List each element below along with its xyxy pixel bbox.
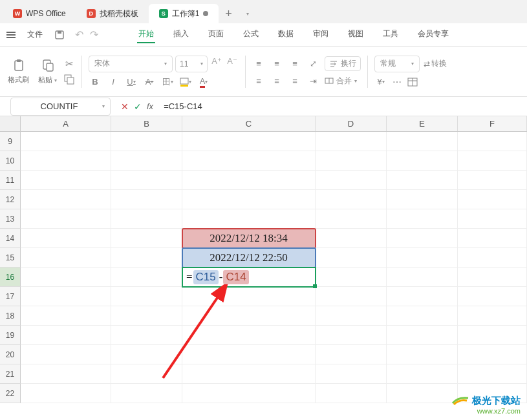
cell[interactable] (316, 229, 387, 248)
cell[interactable] (458, 151, 527, 171)
row-header[interactable]: 18 (0, 306, 21, 326)
cell[interactable] (458, 326, 527, 345)
cell[interactable] (316, 306, 387, 326)
save-icon[interactable] (54, 30, 65, 40)
cell[interactable] (111, 268, 182, 287)
cell[interactable] (387, 345, 458, 364)
cell[interactable] (387, 306, 458, 326)
cell[interactable] (316, 190, 387, 209)
cell[interactable] (387, 229, 458, 248)
cell[interactable] (458, 364, 527, 384)
cell[interactable] (387, 190, 458, 209)
cell[interactable] (21, 384, 111, 403)
align-bottom-icon[interactable]: ≡ (288, 58, 301, 70)
cell[interactable] (111, 190, 182, 209)
cell[interactable] (111, 326, 182, 345)
cell[interactable] (316, 248, 387, 268)
tab-templates[interactable]: D 找稻壳模板 (76, 4, 149, 23)
row-header[interactable]: 15 (0, 248, 21, 268)
cell[interactable] (387, 209, 458, 229)
cell[interactable]: 2022/12/12 18:34 (182, 229, 316, 248)
cell[interactable]: 2022/12/12 22:50 (182, 248, 316, 268)
cell[interactable] (111, 209, 182, 229)
cell[interactable] (458, 229, 527, 248)
cell[interactable] (21, 209, 111, 229)
cell[interactable] (111, 364, 182, 384)
row-header[interactable]: 21 (0, 364, 21, 384)
cell[interactable] (21, 190, 111, 209)
cell[interactable] (387, 151, 458, 171)
copy-icon[interactable] (63, 74, 75, 85)
cell[interactable] (21, 345, 111, 364)
cell[interactable] (316, 209, 387, 229)
cell[interactable] (21, 268, 111, 287)
cell[interactable] (458, 287, 527, 306)
menu-file[interactable]: 文件 (26, 26, 44, 43)
cell[interactable] (387, 287, 458, 306)
redo-button[interactable]: ↷ (90, 28, 98, 41)
cell[interactable] (111, 248, 182, 268)
orientation-icon[interactable]: ⤢ (307, 58, 319, 70)
align-right-icon[interactable]: ≡ (288, 75, 301, 87)
select-all-corner[interactable] (0, 116, 21, 131)
cell[interactable] (111, 384, 182, 403)
menu-premium[interactable]: 会员专享 (416, 26, 450, 43)
cell[interactable] (316, 132, 387, 151)
cell[interactable] (387, 248, 458, 268)
fx-icon[interactable]: fx (147, 101, 153, 111)
clipboard-icon[interactable] (12, 58, 26, 72)
row-header[interactable]: 22 (0, 384, 21, 403)
cell[interactable] (182, 345, 316, 364)
new-tab-button[interactable]: + (219, 4, 238, 23)
fill-color-button[interactable]: ▾ (179, 76, 192, 88)
more-formats-icon[interactable]: ⋯ (393, 77, 402, 87)
cell[interactable] (21, 326, 111, 345)
align-left-icon[interactable]: ≡ (252, 75, 265, 87)
table-style-icon[interactable] (407, 78, 418, 87)
wrap-button[interactable]: 换行 (325, 56, 361, 71)
cell[interactable] (182, 151, 316, 171)
decrease-font-icon[interactable]: A⁻ (226, 56, 239, 67)
col-header-b[interactable]: B (111, 116, 182, 131)
cell[interactable] (316, 384, 387, 403)
cell[interactable] (182, 132, 316, 151)
cell[interactable] (21, 171, 111, 190)
col-header-e[interactable]: E (387, 116, 458, 131)
cancel-formula-icon[interactable]: ✕ (121, 101, 129, 112)
undo-button[interactable]: ↶ (75, 28, 83, 41)
col-header-c[interactable]: C (182, 116, 316, 131)
cell[interactable] (387, 326, 458, 345)
convert-button[interactable]: ⇄ 转换 (424, 58, 447, 69)
font-color-button[interactable]: A ▾ (197, 76, 210, 88)
cell[interactable] (182, 326, 316, 345)
row-header[interactable]: 10 (0, 151, 21, 171)
cell[interactable] (21, 364, 111, 384)
cell[interactable] (458, 248, 527, 268)
cell[interactable] (182, 190, 316, 209)
row-header[interactable]: 12 (0, 190, 21, 209)
cell[interactable] (458, 345, 527, 364)
cell[interactable] (316, 171, 387, 190)
border-button[interactable]: 田 ▾ (161, 76, 174, 88)
number-format-select[interactable]: 常规▾ (374, 56, 420, 72)
hamburger-icon[interactable] (6, 32, 16, 38)
row-header[interactable]: 13 (0, 209, 21, 229)
name-box[interactable]: COUNTIF ▾ (10, 98, 111, 116)
cell[interactable] (182, 384, 316, 403)
cell[interactable] (387, 132, 458, 151)
menu-data[interactable]: 数据 (277, 26, 295, 43)
cell[interactable] (111, 132, 182, 151)
cell[interactable] (182, 171, 316, 190)
cell[interactable] (182, 287, 316, 306)
cell[interactable] (387, 364, 458, 384)
cell[interactable] (387, 384, 458, 403)
menu-page[interactable]: 页面 (207, 26, 225, 43)
indent-icon[interactable]: ⇥ (307, 75, 319, 87)
menu-formula[interactable]: 公式 (242, 26, 260, 43)
align-center-icon[interactable]: ≡ (270, 75, 283, 87)
tab-wps-office[interactable]: W WPS Office (3, 4, 76, 23)
cell[interactable] (111, 287, 182, 306)
cell[interactable] (21, 248, 111, 268)
menu-view[interactable]: 视图 (347, 26, 365, 43)
formula-input[interactable]: =C15-C14 (158, 101, 527, 111)
